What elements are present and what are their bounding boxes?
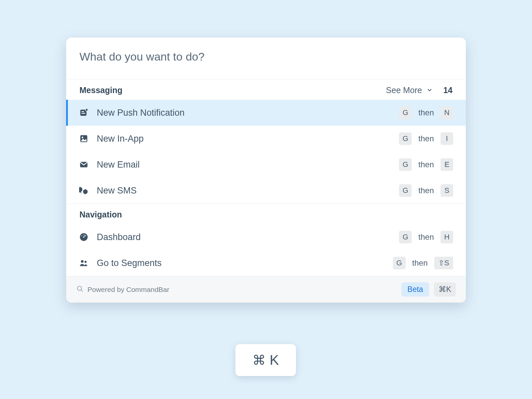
- shortcut: G then E: [399, 158, 453, 171]
- then-label: then: [418, 134, 434, 143]
- svg-point-7: [83, 190, 88, 194]
- section-title: Navigation: [79, 210, 453, 219]
- kbd-key: ⇧S: [434, 257, 453, 269]
- svg-point-12: [85, 235, 86, 236]
- cmd-label: New In-App: [97, 134, 399, 144]
- beta-badge[interactable]: Beta: [401, 282, 429, 297]
- palette-footer: Powered by CommandBar Beta ⌘K: [66, 276, 466, 303]
- cmd-dashboard[interactable]: Dashboard G then H: [66, 224, 466, 250]
- section-header-messaging: Messaging See More 14: [66, 79, 466, 100]
- svg-rect-3: [81, 113, 85, 114]
- email-icon: [79, 160, 89, 170]
- chevron-down-icon: [427, 85, 433, 95]
- kbd-key: G: [399, 231, 412, 243]
- then-label: then: [412, 258, 428, 268]
- search-input[interactable]: [79, 50, 453, 63]
- shortcut: G then I: [399, 132, 453, 145]
- kbd-key: G: [399, 184, 412, 197]
- footer-shortcut: ⌘K: [434, 282, 456, 297]
- dashboard-icon: [79, 232, 89, 242]
- svg-point-15: [84, 261, 86, 263]
- kbd-key: G: [393, 257, 406, 269]
- kbd-key: N: [441, 106, 453, 119]
- kbd-key: G: [399, 106, 412, 119]
- cmd-go-to-segments[interactable]: Go to Segments G then ⇧S: [66, 250, 466, 276]
- cmd-new-in-app[interactable]: New In-App G then I: [66, 126, 466, 152]
- in-app-icon: [79, 134, 89, 144]
- section-header-navigation: Navigation: [66, 203, 466, 224]
- cmd-new-email[interactable]: New Email G then E: [66, 152, 466, 178]
- cmd-label: New Push Notification: [97, 108, 399, 118]
- cmd-new-push-notification[interactable]: New Push Notification G then N: [66, 100, 466, 126]
- push-notification-icon: [79, 108, 89, 118]
- svg-point-11: [81, 235, 82, 236]
- cmd-label: Dashboard: [97, 232, 399, 242]
- see-more-button[interactable]: See More 14: [386, 85, 453, 95]
- command-icon: ⌘: [252, 352, 266, 368]
- see-more-count: 14: [443, 85, 453, 95]
- navigation-list: Dashboard G then H Go to Segments G then…: [66, 224, 466, 276]
- powered-by-label: Powered by CommandBar: [87, 286, 169, 294]
- kbd-key: E: [441, 158, 453, 171]
- shortcut: G then N: [399, 106, 453, 119]
- commandbar-logo-icon: [76, 285, 83, 294]
- kbd-key: G: [399, 132, 412, 145]
- then-label: then: [418, 186, 434, 195]
- kbd-key: H: [441, 231, 453, 243]
- kbd-key: S: [441, 184, 453, 197]
- cmd-label: New Email: [97, 160, 399, 170]
- segments-icon: [79, 258, 89, 268]
- shortcut: G then H: [399, 231, 453, 243]
- svg-point-1: [85, 109, 88, 111]
- shortcut: G then S: [399, 184, 453, 197]
- shortcut: G then ⇧S: [393, 257, 453, 269]
- shortcut-hint: ⌘ K: [235, 344, 296, 376]
- section-title: Messaging: [79, 85, 386, 95]
- svg-point-14: [81, 260, 83, 263]
- cmd-label: New SMS: [97, 186, 399, 196]
- svg-rect-2: [81, 111, 84, 112]
- then-label: then: [418, 232, 434, 242]
- hint-key-label: K: [270, 352, 279, 368]
- then-label: then: [418, 108, 434, 117]
- kbd-key: I: [441, 132, 453, 145]
- command-palette: Messaging See More 14 New Push Notificat…: [66, 38, 466, 303]
- then-label: then: [418, 160, 434, 169]
- cmd-label: Go to Segments: [97, 258, 393, 268]
- powered-by: Powered by CommandBar: [76, 285, 169, 294]
- svg-point-5: [81, 137, 83, 138]
- sms-icon: [79, 186, 89, 196]
- svg-point-13: [83, 234, 84, 235]
- cmd-new-sms[interactable]: New SMS G then S: [66, 178, 466, 203]
- search-area: [66, 38, 466, 79]
- see-more-label: See More: [386, 85, 422, 95]
- messaging-list: New Push Notification G then N New In-Ap…: [66, 100, 466, 203]
- kbd-key: G: [399, 158, 412, 171]
